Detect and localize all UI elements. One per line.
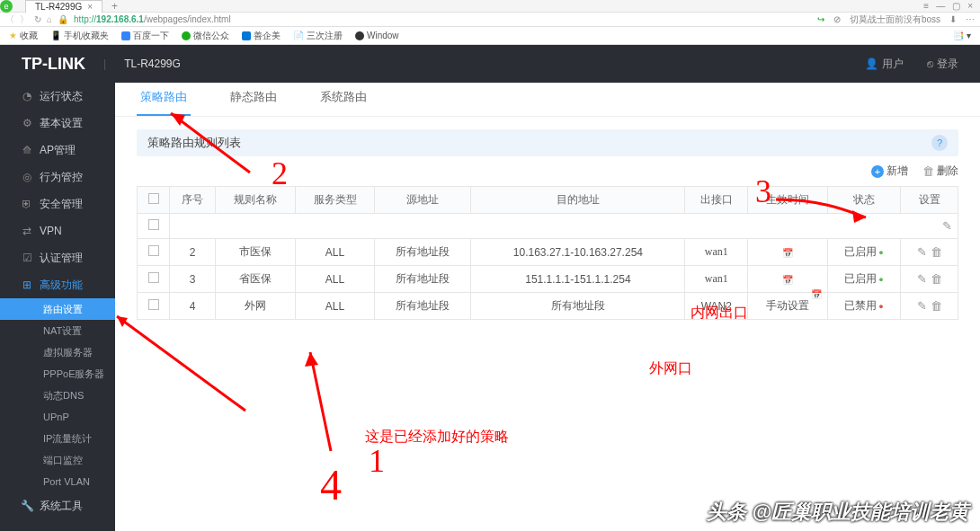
sidebar-item-tools[interactable]: 🔧系统工具 [0, 492, 115, 519]
forward-icon[interactable]: 〉 [20, 13, 29, 26]
home-icon[interactable]: ⌂ [47, 14, 52, 24]
bookmark-item[interactable]: 📱手机收藏夹 [50, 30, 109, 42]
gear-icon: ⚙ [22, 118, 32, 128]
sidebar-item-behavior[interactable]: ◎行为管控 [0, 164, 115, 190]
link-icon: ⇄ [22, 226, 32, 236]
maximize-icon[interactable]: ▢ [952, 1, 960, 11]
wrench-icon: 🔧 [22, 500, 32, 511]
more-icon[interactable]: ⋯ [966, 14, 975, 24]
user-icon: 👤 [865, 58, 878, 70]
sidebar-sub-portmon[interactable]: 端口监控 [0, 449, 115, 471]
grid-icon: ⊞ [22, 279, 32, 290]
svg-marker-6 [305, 352, 318, 367]
bookmark-item[interactable]: ★收藏 [9, 30, 38, 42]
sidebar-item-vpn[interactable]: ⇄VPN [0, 217, 115, 244]
gauge-icon: ◔ [22, 91, 32, 102]
sidebar-item-ap[interactable]: ⟰AP管理 [0, 137, 115, 164]
minimize-icon[interactable]: — [936, 1, 945, 11]
sidebar: ◔运行状态 ⚙基本设置 ⟰AP管理 ◎行为管控 ⛨安全管理 ⇄VPN ☑认证管理… [0, 83, 115, 531]
sidebar-sub-ipstat[interactable]: IP流量统计 [0, 428, 115, 449]
download-icon[interactable]: ⬇ [949, 14, 957, 24]
eye-icon: ◎ [22, 172, 32, 182]
sidebar-sub-ddns[interactable]: 动态DNS [0, 385, 115, 406]
address-bar[interactable]: http://192.168.6.1/webpages/index.html [74, 14, 812, 24]
close-window-icon[interactable]: × [967, 1, 973, 11]
bookmark-item[interactable]: Window [355, 31, 399, 40]
bookmark-bar: ★收藏 📱手机收藏夹 百度一下 微信公众 善企美 📄三次注册 Window 📑 … [0, 27, 980, 45]
sidebar-item-security[interactable]: ⛨安全管理 [0, 190, 115, 217]
watermark: 头条 @匠巢职业技能培训老黄 [707, 499, 969, 526]
wifi-icon: ⟰ [22, 145, 32, 155]
reload-icon[interactable]: ↻ [34, 14, 41, 24]
user-link[interactable]: 👤用户 [865, 57, 904, 72]
menu-icon[interactable]: ≡ [923, 1, 929, 11]
sidebar-item-basic[interactable]: ⚙基本设置 [0, 110, 115, 137]
svg-line-0 [117, 316, 245, 411]
close-tab-icon[interactable]: × [87, 2, 93, 12]
check-icon: ☑ [22, 252, 32, 263]
share-icon[interactable]: ↪ [817, 14, 824, 24]
back-icon[interactable]: 〈 [5, 13, 14, 26]
login-link[interactable]: ⎋登录 [927, 57, 958, 72]
logout-icon: ⎋ [927, 58, 933, 70]
new-tab-button[interactable]: + [106, 0, 123, 13]
browser-tab[interactable]: TL-R4299G × [25, 0, 102, 13]
sidebar-sub-portvlan[interactable]: Port VLAN [0, 471, 115, 492]
bookmark-item[interactable]: 微信公众 [182, 30, 229, 42]
svg-marker-4 [852, 210, 866, 223]
model-name: TL-R4299G [124, 58, 181, 70]
address-right-text: 切莫战士面前没有boss [850, 13, 940, 26]
bookmark-more-icon[interactable]: 📑 ▾ [953, 31, 971, 40]
sidebar-item-auth[interactable]: ☑认证管理 [0, 244, 115, 271]
sidebar-item-advanced[interactable]: ⊞高级功能 [0, 271, 115, 298]
tab-title: TL-R4299G [35, 2, 82, 12]
shield-icon: ⛨ [22, 199, 32, 209]
sidebar-sub-vserver[interactable]: 虚拟服务器 [0, 341, 115, 363]
sidebar-sub-nat[interactable]: NAT设置 [0, 320, 115, 341]
sidebar-sub-pppoe[interactable]: PPPoE服务器 [0, 363, 115, 385]
lock-icon: 🔒 [58, 14, 68, 24]
svg-line-5 [310, 352, 331, 451]
sync-icon[interactable]: ⊘ [833, 14, 841, 24]
svg-line-2 [171, 113, 250, 173]
sidebar-sub-upnp[interactable]: UPnP [0, 406, 115, 428]
bookmark-item[interactable]: 善企美 [242, 30, 281, 42]
bookmark-item[interactable]: 百度一下 [121, 30, 169, 42]
logo: TP-LINK [22, 55, 85, 74]
sidebar-item-status[interactable]: ◔运行状态 [0, 83, 115, 110]
bookmark-item[interactable]: 📄三次注册 [293, 30, 343, 42]
sidebar-sub-route[interactable]: 路由设置 [0, 298, 115, 320]
